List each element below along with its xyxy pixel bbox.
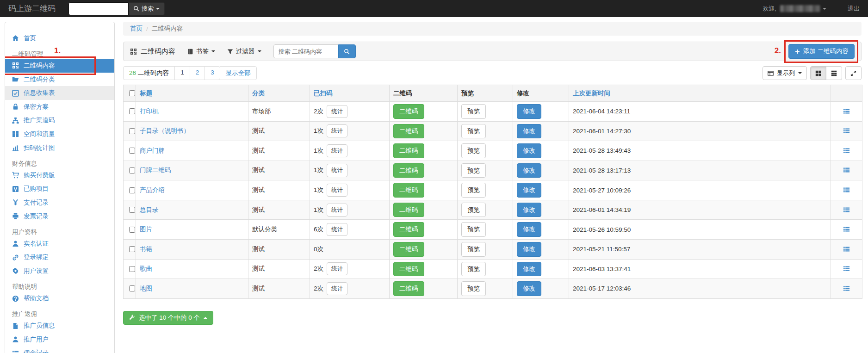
sidebar-item[interactable]: 保密方案 bbox=[5, 100, 114, 114]
row-title-link[interactable]: 打印机 bbox=[140, 108, 159, 115]
row-menu-button[interactable] bbox=[843, 127, 850, 135]
row-menu-button[interactable] bbox=[843, 186, 850, 194]
qr-button[interactable]: 二维码 bbox=[393, 281, 424, 296]
sidebar-item[interactable]: 已购项目 bbox=[5, 182, 114, 196]
row-menu-button[interactable] bbox=[843, 167, 850, 174]
row-menu-button[interactable] bbox=[843, 246, 850, 253]
stats-button[interactable]: 统计 bbox=[327, 223, 347, 236]
stats-button[interactable]: 统计 bbox=[327, 124, 347, 137]
qr-button[interactable]: 二维码 bbox=[393, 222, 424, 237]
bookmarks-dropdown[interactable]: 书签 bbox=[187, 47, 215, 56]
bulk-actions-button[interactable]: 选中了 10 个中的 0 个 bbox=[123, 311, 213, 325]
row-title-link[interactable]: 图片 bbox=[140, 226, 152, 233]
sidebar-item[interactable]: 帮助文档 bbox=[5, 291, 114, 305]
preview-button[interactable]: 预览 bbox=[461, 163, 486, 178]
fullscreen-button[interactable] bbox=[845, 66, 862, 80]
stats-button[interactable]: 统计 bbox=[327, 204, 347, 217]
sort-title-header[interactable]: 标题 bbox=[140, 90, 152, 97]
sidebar-item[interactable]: 发票记录 bbox=[5, 210, 114, 223]
row-menu-button[interactable] bbox=[843, 206, 850, 214]
preview-button[interactable]: 预览 bbox=[461, 242, 486, 257]
qr-button[interactable]: 二维码 bbox=[393, 104, 424, 119]
sidebar-item[interactable]: 推广员信息 bbox=[5, 319, 114, 333]
sidebar-item[interactable]: 用户设置 bbox=[5, 264, 114, 278]
qr-button[interactable]: 二维码 bbox=[393, 124, 424, 139]
row-title-link[interactable]: 门牌二维码 bbox=[140, 167, 171, 173]
row-title-link[interactable]: 地图 bbox=[140, 285, 152, 292]
edit-button[interactable]: 修改 bbox=[517, 163, 541, 178]
preview-button[interactable]: 预览 bbox=[461, 203, 486, 217]
page-link[interactable]: 3 bbox=[205, 66, 220, 80]
qr-button[interactable]: 二维码 bbox=[393, 262, 424, 277]
sidebar-item[interactable]: 首页 bbox=[5, 31, 114, 45]
sidebar-item[interactable]: 空间和流量 bbox=[5, 127, 114, 141]
stats-button[interactable]: 统计 bbox=[327, 262, 347, 275]
preview-button[interactable]: 预览 bbox=[461, 183, 486, 198]
preview-button[interactable]: 预览 bbox=[461, 143, 486, 158]
filter-dropdown[interactable]: 过滤器 bbox=[227, 47, 261, 56]
page-link[interactable]: 1 bbox=[174, 66, 190, 80]
row-checkbox[interactable] bbox=[129, 108, 135, 114]
preview-button[interactable]: 预览 bbox=[461, 222, 486, 237]
stats-button[interactable]: 统计 bbox=[327, 282, 347, 295]
page-link[interactable]: 2 bbox=[190, 66, 205, 80]
sidebar-item[interactable]: 登录绑定 bbox=[5, 251, 114, 265]
row-checkbox[interactable] bbox=[129, 227, 135, 233]
sidebar-item[interactable]: 信息收集表 bbox=[5, 86, 114, 100]
row-title-link[interactable]: 产品介绍 bbox=[140, 186, 165, 193]
preview-button[interactable]: 预览 bbox=[461, 281, 486, 296]
row-title-link[interactable]: 商户门牌 bbox=[140, 147, 165, 154]
row-title-link[interactable]: 子目录（说明书） bbox=[140, 127, 190, 134]
sidebar-item[interactable]: 佣金记录 bbox=[5, 347, 114, 353]
content-search-button[interactable] bbox=[338, 44, 356, 58]
sort-category-header[interactable]: 分类 bbox=[252, 90, 265, 97]
sidebar-item[interactable]: 支付记录 bbox=[5, 196, 114, 210]
row-menu-button[interactable] bbox=[843, 285, 850, 292]
row-checkbox[interactable] bbox=[129, 285, 135, 291]
stats-button[interactable]: 统计 bbox=[327, 144, 347, 157]
sidebar-item[interactable]: 实名认证 bbox=[5, 237, 114, 251]
preview-button[interactable]: 预览 bbox=[461, 104, 486, 119]
sort-scans-header[interactable]: 已扫码 bbox=[314, 90, 333, 97]
row-checkbox[interactable] bbox=[129, 266, 135, 272]
row-title-link[interactable]: 歌曲 bbox=[140, 265, 152, 272]
qr-button[interactable]: 二维码 bbox=[393, 163, 424, 178]
username-blurred[interactable] bbox=[780, 5, 820, 12]
edit-button[interactable]: 修改 bbox=[517, 183, 541, 198]
view-grid-large-button[interactable] bbox=[810, 66, 826, 80]
user-caret-down-icon[interactable] bbox=[823, 8, 826, 10]
qr-button[interactable]: 二维码 bbox=[393, 183, 424, 198]
navbar-search-button[interactable]: 搜索 bbox=[129, 2, 165, 15]
edit-button[interactable]: 修改 bbox=[517, 262, 541, 277]
edit-button[interactable]: 修改 bbox=[517, 124, 541, 139]
breadcrumb-home-link[interactable]: 首页 bbox=[130, 25, 143, 33]
edit-button[interactable]: 修改 bbox=[517, 242, 541, 257]
row-menu-button[interactable] bbox=[843, 265, 850, 272]
row-menu-button[interactable] bbox=[843, 108, 850, 115]
row-checkbox[interactable] bbox=[129, 167, 135, 173]
brand-logo[interactable]: 码上游二维码 bbox=[8, 3, 56, 14]
row-checkbox[interactable] bbox=[129, 246, 135, 252]
select-all-checkbox[interactable] bbox=[129, 90, 135, 96]
stats-button[interactable]: 统计 bbox=[327, 184, 347, 197]
sidebar-item[interactable]: 推广渠道码 bbox=[5, 114, 114, 128]
preview-button[interactable]: 预览 bbox=[461, 262, 486, 277]
edit-button[interactable]: 修改 bbox=[517, 281, 541, 296]
row-checkbox[interactable] bbox=[129, 207, 135, 213]
qr-button[interactable]: 二维码 bbox=[393, 242, 424, 257]
stats-button[interactable]: 统计 bbox=[327, 164, 347, 177]
row-checkbox[interactable] bbox=[129, 128, 135, 134]
row-checkbox[interactable] bbox=[129, 148, 135, 154]
row-title-link[interactable]: 总目录 bbox=[140, 206, 159, 213]
sidebar-item[interactable]: 购买付费版 bbox=[5, 168, 114, 182]
columns-dropdown[interactable]: 显示列 bbox=[763, 66, 807, 80]
logout-link[interactable]: 退出 bbox=[848, 5, 860, 13]
row-menu-button[interactable] bbox=[843, 147, 850, 155]
sidebar-item[interactable]: 扫码统计图 bbox=[5, 141, 114, 155]
edit-button[interactable]: 修改 bbox=[517, 203, 541, 217]
preview-button[interactable]: 预览 bbox=[461, 124, 486, 139]
row-checkbox[interactable] bbox=[129, 187, 135, 193]
view-grid-small-button[interactable] bbox=[826, 66, 842, 80]
edit-button[interactable]: 修改 bbox=[517, 104, 541, 119]
content-search-input[interactable] bbox=[273, 44, 338, 58]
